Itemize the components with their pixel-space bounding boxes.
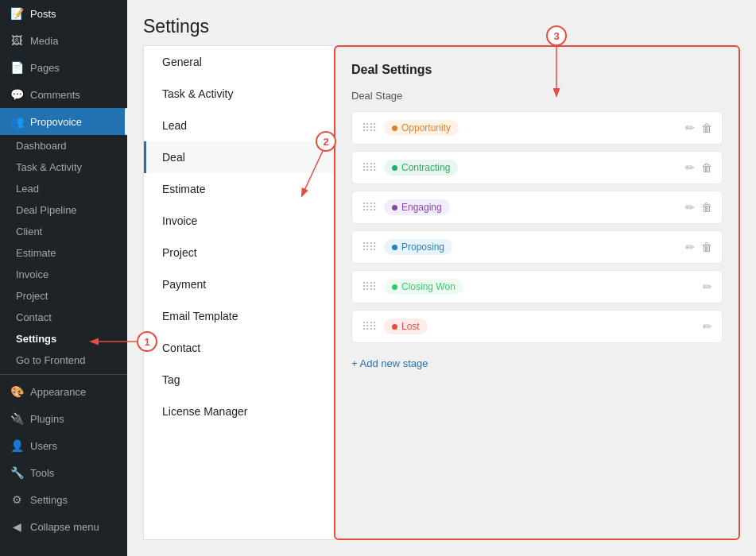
sidebar-item-label: Collapse menu — [30, 521, 99, 533]
deal-settings-panel: Deal Settings Deal Stage ⠿⠿ Opportunity … — [334, 45, 740, 540]
sidebar-item-frontend[interactable]: Go to Frontend — [0, 349, 127, 371]
settings-label: Settings — [16, 333, 56, 345]
sidebar-item-label: Pages — [30, 62, 60, 74]
delete-stage-opportunity[interactable]: 🗑 — [701, 122, 712, 134]
stage-actions-opportunity: ✏ 🗑 — [685, 122, 712, 134]
sidebar-item-propovoice[interactable]: 👥 Propovoice — [0, 108, 127, 135]
sidebar-item-comments[interactable]: 💬 Comments — [0, 81, 127, 108]
edit-stage-proposing[interactable]: ✏ — [685, 241, 695, 253]
sidebar-item-label: Propovoice — [30, 116, 82, 128]
stage-actions-proposing: ✏ 🗑 — [685, 241, 712, 253]
drag-handle-opportunity[interactable]: ⠿⠿ — [362, 122, 376, 134]
add-stage-button[interactable]: + Add new stage — [351, 349, 428, 377]
sidebar-item-plugins[interactable]: 🔌 Plugins — [0, 405, 127, 432]
users-icon: 👤 — [10, 438, 24, 453]
edit-stage-closing-won[interactable]: ✏ — [703, 280, 712, 293]
stage-item-engaging: ⠿⠿ Engaging ✏ 🗑 — [351, 191, 723, 224]
sidebar-item-contact[interactable]: Contact — [0, 307, 127, 328]
sidebar-item-label: Comments — [30, 89, 80, 101]
settings-nav-invoice[interactable]: Invoice — [144, 205, 334, 237]
drag-handle-lost[interactable]: ⠿⠿ — [362, 320, 376, 333]
stage-actions-contracting: ✏ 🗑 — [685, 161, 712, 174]
divider — [0, 374, 127, 375]
tools-icon: 🔧 — [10, 465, 24, 480]
sidebar-item-lead[interactable]: Lead — [0, 178, 127, 199]
settings-nav-license[interactable]: License Manager — [144, 396, 334, 427]
settings-nav-email-template[interactable]: Email Template — [144, 300, 334, 332]
drag-handle-engaging[interactable]: ⠿⠿ — [362, 201, 376, 214]
sidebar-item-deal-pipeline[interactable]: Deal Pipeline — [0, 199, 127, 221]
sidebar-item-label: Posts — [30, 8, 56, 20]
sidebar-item-label: Settings — [30, 494, 68, 506]
posts-icon: 📝 — [10, 6, 24, 21]
sidebar-item-wp-settings[interactable]: ⚙ Settings — [0, 486, 127, 513]
stage-item-lost: ⠿⠿ Lost ✏ — [351, 310, 723, 343]
sidebar-item-project[interactable]: Project — [0, 285, 127, 307]
sidebar-item-users[interactable]: 👤 Users — [0, 432, 127, 459]
stage-badge-closing-won: Closing Won — [384, 279, 463, 295]
drag-handle-closing-won[interactable]: ⠿⠿ — [362, 280, 376, 293]
stage-badge-opportunity: Opportunity — [384, 120, 459, 136]
settings-nav-estimate[interactable]: Estimate — [144, 173, 334, 205]
sidebar-item-task-activity[interactable]: Task & Activity — [0, 156, 127, 178]
pages-icon: 📄 — [10, 60, 24, 75]
stage-label-engaging: Engaging — [401, 202, 442, 213]
sidebar-item-invoice[interactable]: Invoice — [0, 264, 127, 285]
settings-nav-contact[interactable]: Contact — [144, 332, 334, 364]
sidebar-item-client[interactable]: Client — [0, 221, 127, 242]
sidebar-item-tools[interactable]: 🔧 Tools — [0, 459, 127, 486]
stage-actions-engaging: ✏ 🗑 — [685, 201, 712, 214]
sidebar-item-label: Users — [30, 440, 57, 452]
settings-nav-lead[interactable]: Lead — [144, 110, 334, 141]
stage-badge-contracting: Contracting — [384, 160, 458, 176]
settings-nav-general[interactable]: General — [144, 46, 334, 78]
stage-dot-engaging — [392, 205, 397, 210]
settings-nav-payment[interactable]: Payment — [144, 268, 334, 300]
stage-badge-proposing: Proposing — [384, 239, 452, 255]
plugins-icon: 🔌 — [10, 411, 24, 426]
drag-handle-proposing[interactable]: ⠿⠿ — [362, 241, 376, 253]
appearance-icon: 🎨 — [10, 384, 24, 399]
sidebar-item-label: Tools — [30, 467, 54, 479]
sidebar-item-media[interactable]: 🖼 Media — [0, 27, 127, 54]
sidebar-item-appearance[interactable]: 🎨 Appearance — [0, 378, 127, 405]
edit-stage-lost[interactable]: ✏ — [703, 320, 712, 333]
wp-settings-icon: ⚙ — [10, 492, 24, 507]
sidebar-item-posts[interactable]: 📝 Posts — [0, 0, 127, 27]
settings-nav-project[interactable]: Project — [144, 237, 334, 268]
page-title: Settings — [143, 16, 740, 37]
deal-stage-label: Deal Stage — [351, 90, 723, 102]
stage-dot-proposing — [392, 245, 397, 250]
settings-nav-tag[interactable]: Tag — [144, 364, 334, 396]
main-content: Settings General Task & Activity Lead De… — [127, 0, 756, 556]
stage-dot-closing-won — [392, 284, 397, 290]
delete-stage-engaging[interactable]: 🗑 — [701, 201, 712, 214]
drag-handle-contracting[interactable]: ⠿⠿ — [362, 161, 376, 174]
stage-label-lost: Lost — [401, 321, 420, 332]
deal-settings-title: Deal Settings — [351, 63, 723, 77]
settings-nav-deal[interactable]: Deal — [144, 141, 334, 173]
sidebar-item-dashboard[interactable]: Dashboard — [0, 135, 127, 156]
stage-actions-closing-won: ✏ — [703, 280, 712, 293]
edit-stage-contracting[interactable]: ✏ — [685, 161, 695, 174]
stage-dot-contracting — [392, 165, 397, 171]
propovoice-icon: 👥 — [10, 114, 24, 129]
edit-stage-opportunity[interactable]: ✏ — [685, 122, 695, 134]
propovoice-submenu: Dashboard Task & Activity Lead Deal Pipe… — [0, 135, 127, 371]
comments-icon: 💬 — [10, 87, 24, 102]
sidebar-item-pages[interactable]: 📄 Pages — [0, 54, 127, 81]
sidebar-item-estimate[interactable]: Estimate — [0, 242, 127, 264]
settings-nav-task-activity[interactable]: Task & Activity — [144, 78, 334, 110]
delete-stage-proposing[interactable]: 🗑 — [701, 241, 712, 253]
stage-dot-lost — [392, 324, 397, 330]
stage-label-opportunity: Opportunity — [401, 122, 451, 133]
content-area: General Task & Activity Lead Deal Estima… — [127, 45, 756, 556]
delete-stage-contracting[interactable]: 🗑 — [701, 161, 712, 174]
stage-label-contracting: Contracting — [401, 162, 450, 173]
edit-stage-engaging[interactable]: ✏ — [685, 201, 695, 214]
sidebar-item-settings[interactable]: Settings — [0, 328, 127, 349]
stage-item-contracting: ⠿⠿ Contracting ✏ 🗑 — [351, 151, 723, 184]
sidebar-item-label: Appearance — [30, 386, 86, 398]
sidebar-collapse-menu[interactable]: ◀ Collapse menu — [0, 513, 127, 540]
stage-dot-opportunity — [392, 125, 397, 131]
